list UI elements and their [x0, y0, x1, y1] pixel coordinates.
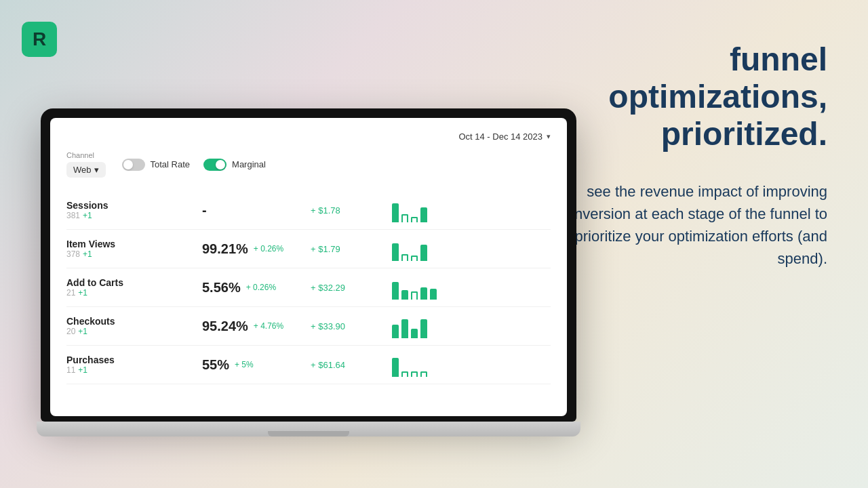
mini-chart	[392, 275, 500, 300]
total-rate-toggle-item: Total Rate	[122, 159, 191, 171]
dashboard: Oct 14 - Dec 14 2023 ▾ Channel Web ▾	[50, 118, 567, 416]
row-revenue: + $33.90	[311, 321, 392, 331]
row-count: 381 +1	[66, 211, 202, 220]
row-count: 11 +1	[66, 365, 202, 375]
mini-chart	[392, 237, 500, 261]
marginal-toggle-item: Marginal	[203, 159, 266, 171]
row-count: 378 +1	[66, 249, 202, 259]
laptop-mockup: Oct 14 - Dec 14 2023 ▾ Channel Web ▾	[41, 108, 576, 436]
channel-dropdown[interactable]: Web ▾	[66, 162, 106, 178]
table-row: Checkouts 20 +1 95.24% + 4.76% + $33.90	[66, 307, 551, 346]
table-row: Purchases 11 +1 55% + 5% + $61.64	[66, 346, 551, 384]
row-name: Add to Carts	[66, 277, 202, 288]
row-name: Purchases	[66, 354, 202, 365]
rate-change: + 0.26%	[254, 244, 283, 253]
funnel-table: Sessions 381 +1 - + $1.78 Item Views 378…	[66, 191, 551, 384]
total-rate-toggle[interactable]	[122, 159, 145, 171]
row-revenue: + $61.64	[311, 360, 392, 370]
table-row: Item Views 378 +1 99.21% + 0.26% + $1.79	[66, 230, 551, 268]
toggle-group: Total Rate Marginal	[122, 159, 266, 171]
row-count: 20 +1	[66, 327, 202, 336]
controls-bar: Channel Web ▾ Total Rate M	[66, 151, 551, 178]
row-revenue: + $32.29	[311, 283, 392, 293]
rate-value: 99.21%	[202, 241, 248, 257]
row-name: Item Views	[66, 239, 202, 249]
mini-chart	[392, 314, 500, 338]
row-name: Sessions	[66, 200, 202, 211]
channel-control: Channel Web ▾	[66, 151, 106, 178]
laptop-base	[37, 422, 580, 436]
screen-bezel: Oct 14 - Dec 14 2023 ▾ Channel Web ▾	[41, 108, 576, 422]
rate-value: -	[202, 203, 207, 218]
marginal-toggle[interactable]	[203, 159, 226, 171]
rate-value: 5.56%	[202, 280, 241, 296]
rate-value: 95.24%	[202, 319, 248, 334]
row-revenue: + $1.79	[311, 244, 392, 254]
row-name: Checkouts	[66, 316, 202, 327]
table-row: Sessions 381 +1 - + $1.78	[66, 191, 551, 230]
total-rate-label: Total Rate	[151, 159, 191, 169]
rate-change: + 5%	[235, 360, 254, 369]
rate-change: + 4.76%	[254, 321, 283, 331]
row-revenue: + $1.78	[311, 205, 392, 216]
mini-chart	[392, 352, 500, 377]
date-range-label: Oct 14 - Dec 14 2023	[458, 131, 542, 142]
chevron-down-icon: ▾	[547, 132, 551, 141]
marginal-label: Marginal	[232, 159, 266, 169]
screen: Oct 14 - Dec 14 2023 ▾ Channel Web ▾	[50, 118, 567, 416]
date-selector[interactable]: Oct 14 - Dec 14 2023 ▾	[458, 131, 551, 142]
table-row: Add to Carts 21 +1 5.56% + 0.26% + $32.2…	[66, 268, 551, 307]
rate-change: + 0.26%	[246, 283, 276, 292]
app-logo: R	[22, 22, 57, 57]
channel-value: Web	[73, 165, 92, 175]
logo-letter: R	[33, 28, 46, 50]
dropdown-chevron-icon: ▾	[94, 165, 99, 175]
top-bar: Oct 14 - Dec 14 2023 ▾	[66, 131, 551, 142]
mini-chart	[392, 198, 500, 222]
rate-value: 55%	[202, 357, 229, 373]
channel-label: Channel	[66, 151, 106, 159]
row-count: 21 +1	[66, 288, 202, 298]
